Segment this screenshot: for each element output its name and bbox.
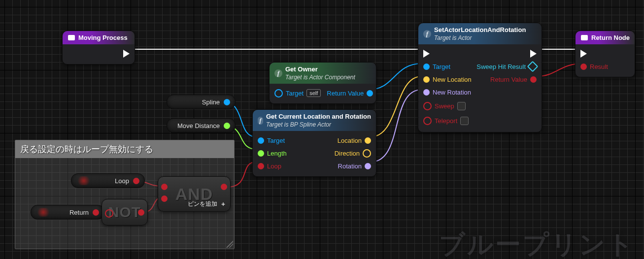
pin-result[interactable]: Result [580,63,608,70]
node-header[interactable]: Moving Process [63,31,135,44]
sweep-checkbox[interactable] [457,102,466,110]
pin-loop[interactable]: Loop [258,162,281,170]
pin-teleport[interactable]: Teleport [423,117,469,125]
var-label: Move Distance [177,122,220,130]
exec-in-pin[interactable] [580,50,587,58]
add-pin-label: ピンを追加 [188,200,217,208]
blueprint-graph[interactable]: 戻る設定の時はループ無効にする Moving Process Return No… [0,0,644,259]
pin-in[interactable] [105,209,113,218]
pin-direction[interactable]: Direction [335,149,371,158]
exec-out-pin[interactable] [123,50,130,58]
pin-in-b[interactable] [161,195,168,202]
node-get-current-loc-rot[interactable]: f Get Current Location and Rotation Targ… [252,109,376,177]
function-icon: f [274,69,282,77]
pin-return-value[interactable]: Return Value [327,90,373,97]
add-pin-row[interactable]: ピンを追加 ＋ [188,200,226,208]
pin-out[interactable] [138,209,144,216]
var-label: Spline [202,98,220,106]
pin-location[interactable]: Location [338,137,371,144]
var-label: Return [69,209,89,216]
exec-in-pin[interactable] [423,50,430,58]
watermark-text: ブループリント [439,227,635,259]
node-and[interactable]: AND ピンを追加 ＋ [158,176,231,212]
node-title: Moving Process [78,34,128,41]
node-header[interactable]: f Get Owner Target is Actor Component [270,63,376,84]
comment-resize-handle[interactable] [226,241,233,248]
pin-in-a[interactable] [161,184,168,190]
node-subtitle: Target is Actor [434,34,526,41]
node-subtitle: Target is BP Spline Actor [266,121,371,128]
node-get-owner[interactable]: f Get Owner Target is Actor Component Ta… [269,62,376,104]
var-loop[interactable]: Loop [71,173,145,188]
node-set-actor-loc-rot[interactable]: f SetActorLocationAndRotation Target is … [418,23,542,132]
node-subtitle: Target is Actor Component [285,74,355,81]
var-return[interactable]: Return [31,205,104,220]
pin-out[interactable] [224,123,230,129]
pin-out[interactable] [133,178,139,184]
node-return[interactable]: Return Node Result [575,31,635,77]
node-header[interactable]: f Get Current Location and Rotation Targ… [253,110,376,131]
node-header[interactable]: f SetActorLocationAndRotation Target is … [418,23,542,44]
pin-target[interactable]: Target [258,137,285,144]
var-move-distance[interactable]: Move Distance [167,118,236,133]
pin-sweep-hit[interactable]: Sweep Hit Result [476,63,537,70]
comment-title[interactable]: 戻る設定の時はループ無効にする [15,140,234,158]
node-title: SetActorLocationAndRotation [434,26,526,33]
pin-new-location[interactable]: New Location [423,76,472,83]
pin-target[interactable]: Target self [274,89,321,97]
pin-out[interactable] [93,209,99,216]
exec-out-pin[interactable] [530,50,537,58]
pin-out[interactable] [224,99,230,105]
var-spline[interactable]: Spline [167,95,236,109]
node-moving-process[interactable]: Moving Process [62,31,135,65]
function-icon: f [423,30,431,38]
pin-sweep[interactable]: Sweep [423,102,466,110]
function-entry-icon [68,34,75,41]
self-value: self [306,89,321,97]
pin-rotation[interactable]: Rotation [338,162,371,170]
teleport-checkbox[interactable] [460,117,469,125]
function-return-icon [580,34,588,41]
node-title: Get Owner [285,65,318,73]
node-not[interactable]: NOT [102,199,148,226]
node-title: Return Node [591,34,630,41]
pin-length[interactable]: Length [258,150,287,157]
pin-new-rotation[interactable]: New Rotation [423,89,471,96]
plus-icon: ＋ [220,200,226,208]
pin-return-value[interactable]: Return Value [490,76,537,83]
node-title: Get Current Location and Rotation [266,113,371,120]
pin-target[interactable]: Target [423,63,450,70]
var-label: Loop [115,177,129,185]
function-icon: f [258,117,263,125]
node-header[interactable]: Return Node [576,31,635,44]
pin-out[interactable] [221,184,227,190]
